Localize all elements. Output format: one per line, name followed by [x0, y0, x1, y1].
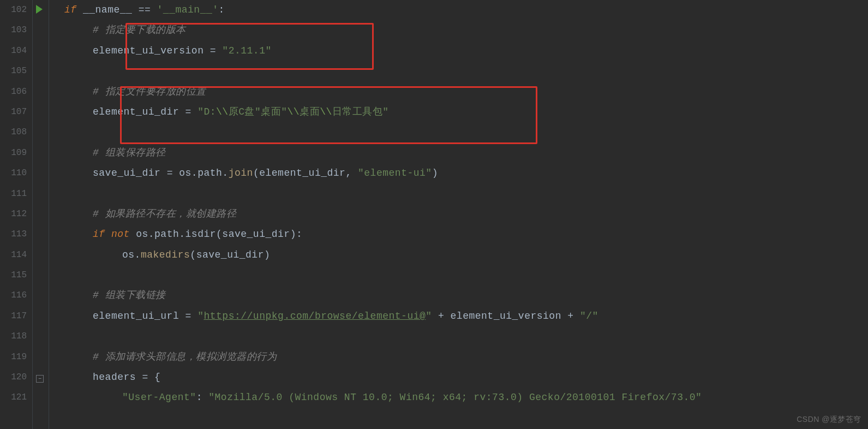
string-literal: "element-ui"	[358, 168, 432, 178]
string-literal: "/"	[580, 311, 598, 321]
code-line[interactable]: # 组装下载链接	[55, 285, 868, 306]
code-line[interactable]: # 组装保存路径	[55, 143, 868, 163]
line-number: 109	[0, 143, 32, 163]
code-line[interactable]: # 指定文件要存放的位置	[55, 82, 868, 102]
line-number: 106	[0, 82, 32, 102]
code-editor: 1021031041051061071081091101111121131141…	[0, 0, 868, 429]
identifier: __name__	[83, 4, 132, 15]
line-number: 116	[0, 285, 32, 306]
comment: # 组装保存路径	[93, 147, 166, 158]
identifier: element_ui_dir	[93, 106, 179, 117]
line-number-gutter: 1021031041051061071081091101111121131141…	[0, 0, 33, 429]
code-line[interactable]: element_ui_dir = "D:\\原C盘"桌面"\\桌面\\日常工具包…	[55, 102, 868, 122]
line-number: 118	[0, 326, 32, 347]
code-line[interactable]: headers = {	[55, 367, 868, 388]
string-literal: '__main__'	[157, 4, 219, 15]
line-number: 103	[0, 20, 32, 40]
identifier: element_ui_url	[93, 311, 179, 321]
line-number: 115	[0, 265, 32, 285]
line-number: 113	[0, 224, 32, 245]
code-line[interactable]: # 指定要下载的版本	[55, 20, 868, 40]
line-number: 102	[0, 0, 32, 20]
string-literal: "2.11.1"	[222, 45, 271, 56]
line-number: 114	[0, 245, 32, 265]
line-number: 104	[0, 41, 32, 61]
fold-icon[interactable]: −	[36, 375, 44, 383]
code-line[interactable]	[55, 122, 868, 142]
code-line[interactable]: save_ui_dir = os.path.join(element_ui_di…	[55, 163, 868, 183]
line-number: 121	[0, 388, 32, 408]
line-number: 108	[0, 122, 32, 142]
line-number: 107	[0, 102, 32, 122]
line-number: 119	[0, 347, 32, 367]
code-line[interactable]: os.makedirs(save_ui_dir)	[55, 245, 868, 265]
identifier: element_ui_version	[93, 45, 203, 56]
line-number: 105	[0, 61, 32, 81]
string-url: https://unpkg.com/browse/element-ui@	[203, 311, 426, 321]
keyword-if: if	[93, 229, 111, 240]
keyword-not: not	[111, 229, 136, 240]
line-number: 110	[0, 163, 32, 183]
function-call: makedirs	[141, 249, 190, 260]
comment: # 组装下载链接	[93, 290, 166, 301]
code-line[interactable]	[55, 61, 868, 81]
code-line[interactable]: if not os.path.isdir(save_ui_dir):	[55, 224, 868, 245]
line-number: 111	[0, 184, 32, 204]
line-number: 112	[0, 204, 32, 224]
comment: # 指定文件要存放的位置	[93, 86, 206, 97]
code-line[interactable]: "User-Agent": "Mozilla/5.0 (Windows NT 1…	[55, 388, 868, 408]
code-line[interactable]	[55, 265, 868, 285]
line-number: 120	[0, 367, 32, 388]
code-line[interactable]: element_ui_url = "https://unpkg.com/brow…	[55, 306, 868, 326]
identifier: headers	[93, 372, 136, 383]
string-literal: "Mozilla/5.0 (Windows NT 10.0; Win64; x6…	[208, 392, 702, 403]
string-literal: "D:\\原C盘"桌面"\\桌面\\日常工具包"	[197, 106, 388, 117]
keyword-if: if	[64, 4, 77, 15]
comment: # 指定要下载的版本	[93, 25, 186, 35]
run-icon[interactable]	[36, 5, 43, 14]
line-number: 117	[0, 306, 32, 326]
code-line[interactable]: if __name__ == '__main__':	[55, 0, 868, 20]
function-call: join	[229, 168, 253, 178]
code-line[interactable]: # 如果路径不存在，就创建路径	[55, 204, 868, 224]
comment: # 添加请求头部信息，模拟浏览器的行为	[93, 351, 277, 362]
icon-gutter: −	[33, 0, 49, 429]
code-area[interactable]: if __name__ == '__main__': # 指定要下载的版本 el…	[49, 0, 868, 429]
code-line[interactable]	[55, 184, 868, 204]
comment: # 如果路径不存在，就创建路径	[93, 208, 236, 219]
code-line[interactable]	[55, 326, 868, 347]
string-key: "User-Agent"	[122, 392, 196, 403]
code-line[interactable]: # 添加请求头部信息，模拟浏览器的行为	[55, 347, 868, 367]
code-line[interactable]: element_ui_version = "2.11.1"	[55, 41, 868, 61]
